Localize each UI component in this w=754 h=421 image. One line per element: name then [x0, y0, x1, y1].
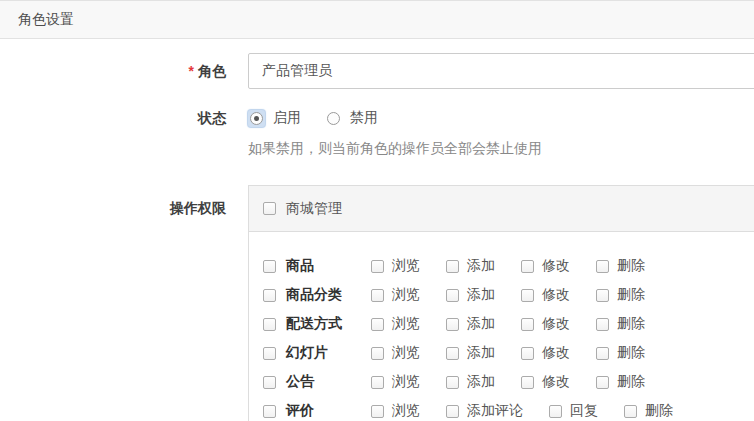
permission-action[interactable]: 删除: [596, 373, 645, 391]
permission-row-goods: 商品 浏览 添加 修改 删除: [263, 256, 753, 276]
checkbox-action[interactable]: [596, 289, 609, 302]
permission-module-slides[interactable]: 幻灯片: [263, 344, 371, 362]
permission-module-label: 商品: [286, 257, 314, 275]
permission-action[interactable]: 修改: [521, 286, 570, 304]
checkbox-action[interactable]: [521, 376, 534, 389]
permission-action[interactable]: 删除: [596, 257, 645, 275]
permission-action[interactable]: 修改: [521, 344, 570, 362]
status-radio-group: 启用 禁用: [248, 108, 542, 128]
status-hint-text: 如果禁用，则当前角色的操作员全部会禁止使用: [248, 138, 542, 158]
permission-action-label: 删除: [617, 286, 645, 304]
permission-module-announcement[interactable]: 公告: [263, 373, 371, 391]
checkbox-action[interactable]: [446, 318, 459, 331]
permission-action-label: 浏览: [392, 315, 420, 333]
role-control: [248, 53, 754, 89]
checkbox-action[interactable]: [521, 260, 534, 273]
permission-action[interactable]: 添加: [446, 315, 495, 333]
checkbox-action[interactable]: [371, 260, 384, 273]
permission-action[interactable]: 修改: [521, 373, 570, 391]
role-settings-page: 角色设置 *角色 状态 启用 禁用: [0, 0, 754, 421]
permission-action-label: 添加: [467, 315, 495, 333]
status-label: 状态: [0, 108, 226, 128]
permission-action-label: 浏览: [392, 402, 420, 420]
checkbox-module[interactable]: [263, 347, 276, 360]
status-control: 启用 禁用 如果禁用，则当前角色的操作员全部会禁止使用: [248, 108, 542, 158]
permission-action[interactable]: 浏览: [371, 402, 420, 420]
permission-action[interactable]: 删除: [596, 315, 645, 333]
permission-action[interactable]: 回复: [549, 402, 598, 420]
permission-action[interactable]: 浏览: [371, 286, 420, 304]
checkbox-module[interactable]: [263, 289, 276, 302]
checkbox-action[interactable]: [371, 405, 384, 418]
checkbox-action[interactable]: [521, 318, 534, 331]
checkbox-action[interactable]: [446, 260, 459, 273]
status-option-enable-label: 启用: [273, 109, 301, 127]
checkbox-action[interactable]: [521, 289, 534, 302]
role-name-input[interactable]: [248, 53, 754, 89]
permission-action[interactable]: 添加: [446, 344, 495, 362]
permission-action[interactable]: 浏览: [371, 373, 420, 391]
permission-action[interactable]: 添加: [446, 373, 495, 391]
radio-shell: [325, 110, 342, 127]
checkbox-module[interactable]: [263, 318, 276, 331]
permission-action-label: 修改: [542, 257, 570, 275]
checkbox-action[interactable]: [446, 347, 459, 360]
permission-actions: 浏览 添加 修改 删除: [371, 315, 671, 333]
checkbox-action[interactable]: [371, 289, 384, 302]
status-option-disable[interactable]: 禁用: [325, 109, 378, 127]
permission-action-label: 删除: [617, 315, 645, 333]
permission-action-label: 回复: [570, 402, 598, 420]
checkbox-action[interactable]: [446, 405, 459, 418]
checkbox-action[interactable]: [624, 405, 637, 418]
permission-actions: 浏览 添加 修改 删除: [371, 344, 671, 362]
permission-action[interactable]: 添加: [446, 286, 495, 304]
checkbox-module[interactable]: [263, 376, 276, 389]
permission-action[interactable]: 删除: [624, 402, 673, 420]
checkbox-group-all[interactable]: [263, 202, 276, 215]
permission-action[interactable]: 添加: [446, 257, 495, 275]
permission-action[interactable]: 添加评论: [446, 402, 523, 420]
permissions-body: 商品 浏览 添加 修改 删除 商: [249, 232, 754, 421]
checkbox-action[interactable]: [446, 376, 459, 389]
radio-unchecked-icon[interactable]: [327, 112, 340, 125]
checkbox-action[interactable]: [446, 289, 459, 302]
radio-checked-icon[interactable]: [250, 112, 263, 125]
permission-row-goods-category: 商品分类 浏览 添加 修改 删除: [263, 285, 753, 305]
checkbox-module[interactable]: [263, 405, 276, 418]
permission-action[interactable]: 修改: [521, 257, 570, 275]
permission-action[interactable]: 浏览: [371, 257, 420, 275]
checkbox-action[interactable]: [596, 376, 609, 389]
checkbox-action[interactable]: [371, 318, 384, 331]
permission-module-shipping[interactable]: 配送方式: [263, 315, 371, 333]
checkbox-action[interactable]: [596, 318, 609, 331]
checkbox-action[interactable]: [371, 347, 384, 360]
status-option-enable[interactable]: 启用: [248, 109, 301, 127]
permission-module-goods[interactable]: 商品: [263, 257, 371, 275]
checkbox-module[interactable]: [263, 260, 276, 273]
permission-action[interactable]: 删除: [596, 286, 645, 304]
role-label-text: 角色: [198, 63, 226, 79]
permission-action[interactable]: 浏览: [371, 344, 420, 362]
permission-action-label: 修改: [542, 344, 570, 362]
checkbox-action[interactable]: [521, 347, 534, 360]
permission-action-label: 修改: [542, 373, 570, 391]
checkbox-action[interactable]: [549, 405, 562, 418]
permission-module-label: 配送方式: [286, 315, 342, 333]
permission-module-goods-category[interactable]: 商品分类: [263, 286, 371, 304]
permission-action[interactable]: 删除: [596, 344, 645, 362]
permission-module-label: 商品分类: [286, 286, 342, 304]
permissions-panel: 商城管理 商品 浏览 添加 修改 删除: [248, 185, 754, 421]
permission-action-label: 删除: [617, 257, 645, 275]
permission-row-reviews: 评价 浏览 添加评论 回复 删除: [263, 401, 753, 421]
permission-module-reviews[interactable]: 评价: [263, 402, 371, 420]
permission-actions: 浏览 添加 修改 删除: [371, 257, 671, 275]
checkbox-action[interactable]: [596, 347, 609, 360]
permission-action[interactable]: 浏览: [371, 315, 420, 333]
required-marker: *: [189, 63, 194, 79]
permission-action-label: 添加: [467, 257, 495, 275]
permission-actions: 浏览 添加 修改 删除: [371, 286, 671, 304]
checkbox-action[interactable]: [596, 260, 609, 273]
permission-module-label: 公告: [286, 373, 314, 391]
checkbox-action[interactable]: [371, 376, 384, 389]
permission-action[interactable]: 修改: [521, 315, 570, 333]
